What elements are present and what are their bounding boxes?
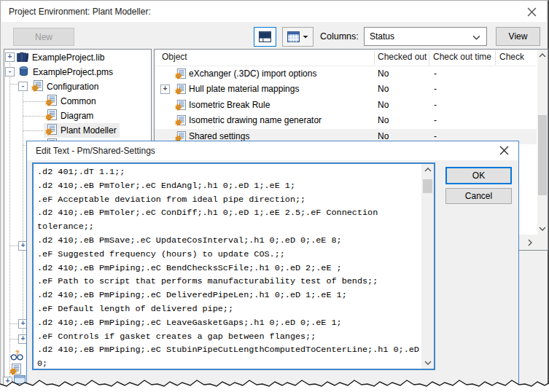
edit-text-dialog: Edit Text - Pm/Shared-Settings .d2 401;.… — [26, 141, 519, 392]
column-header-check-out-time[interactable]: Check out time — [433, 52, 491, 62]
tree-expander[interactable]: - — [5, 67, 15, 77]
tree-guide-line — [10, 339, 18, 340]
folder-icon — [14, 375, 26, 384]
settings-document-icon — [175, 84, 186, 95]
cell-object: Hull plate material mappings — [189, 82, 299, 97]
library-books-icon — [17, 51, 28, 63]
column-header-checked-out[interactable]: Checked out — [378, 52, 427, 62]
cell-check-out-time: - — [434, 66, 437, 82]
scroll-down-icon[interactable] — [421, 359, 434, 366]
list-row-isometric-drawing-name[interactable]: Isometric drawing name generator No - — [155, 113, 537, 128]
settings-document-icon — [45, 95, 57, 106]
settings-document-icon — [45, 124, 57, 136]
settings-document-icon — [31, 80, 43, 92]
tree-guide-line — [10, 324, 18, 324]
cell-checked-out: No — [378, 82, 389, 97]
cell-object: Isometric drawing name generator — [189, 113, 322, 128]
columns-label: Columns: — [320, 31, 359, 42]
settings-document-icon — [45, 109, 57, 121]
settings-document-icon — [175, 100, 186, 111]
textarea-scrollbar[interactable] — [421, 164, 434, 369]
toolbar: New Columns: Status View — [1, 22, 546, 49]
list-row-isometric-break-rule[interactable]: Isometric Break Rule No - — [155, 98, 537, 113]
cell-object: Isometric Break Rule — [189, 98, 270, 113]
view-button[interactable]: View — [496, 27, 540, 46]
column-layout-button[interactable] — [282, 27, 314, 47]
tree-guide-line — [9, 59, 10, 378]
scroll-up-icon[interactable] — [537, 51, 548, 60]
column-separator[interactable] — [374, 50, 375, 65]
close-icon[interactable] — [499, 146, 509, 155]
database-icon — [18, 66, 29, 77]
tree-item-plant-modeller[interactable]: Plant Modeller — [44, 123, 120, 138]
tree-expander[interactable]: + — [5, 52, 15, 62]
cell-check-out-time: - — [434, 113, 437, 128]
tree-guide-line — [23, 88, 23, 340]
column-header-check[interactable]: Check — [499, 52, 536, 62]
settings-document-icon — [175, 68, 186, 79]
tree-item-exampleproject-pms[interactable]: ExampleProject.pms — [18, 65, 113, 79]
tree-expander[interactable]: - — [18, 82, 28, 91]
tree-item-common[interactable]: Common — [45, 94, 96, 109]
close-icon[interactable] — [527, 7, 537, 17]
settings-document-icon — [175, 115, 186, 126]
chevron-down-icon — [472, 35, 480, 40]
column-separator[interactable] — [429, 50, 429, 65]
list-row-exchanger[interactable]: eXchanger (.3DC) import options No - — [155, 66, 537, 82]
settings-document-icon — [9, 364, 21, 375]
column-grid-icon — [287, 31, 300, 42]
window-titlebar: Project Environment: Plant Modeller: — [1, 1, 546, 22]
tree-guide-line — [23, 116, 44, 117]
cell-checked-out: No — [378, 113, 389, 128]
tree-guide-line — [23, 130, 44, 131]
cell-check-out-time: - — [434, 82, 437, 97]
vertical-scrollbar[interactable] — [537, 50, 548, 235]
ok-button[interactable]: OK — [445, 167, 512, 184]
cell-checked-out: No — [378, 98, 389, 113]
tree-item-exampleproject-lib[interactable]: ExampleProject.lib — [17, 50, 104, 65]
tree-expander[interactable]: + — [3, 377, 12, 386]
tree-guide-line — [10, 84, 18, 85]
tree-item-configuration[interactable]: Configuration — [31, 79, 98, 94]
scroll-right-icon[interactable] — [524, 235, 536, 250]
cell-checked-out: No — [378, 66, 389, 82]
app-window: Project Environment: Plant Modeller: New… — [0, 0, 549, 392]
column-header-object[interactable]: Object — [162, 52, 187, 62]
tree-guide-line — [10, 246, 18, 246]
cell-check-out-time: - — [434, 98, 437, 113]
tree-item-diagram[interactable]: Diagram — [45, 109, 93, 123]
scroll-up-icon[interactable] — [421, 166, 434, 173]
settings-text[interactable]: .d2 401;.dT 1.1;; .d2 410;.eB PmToler;.e… — [37, 165, 421, 369]
screenshot-stage: Project Environment: Plant Modeller: New… — [0, 0, 549, 392]
dropdown-arrow-icon — [303, 35, 308, 39]
window-title: Project Environment: Plant Modeller: — [9, 7, 151, 17]
new-button[interactable]: New — [13, 28, 74, 46]
query-glasses-icon — [10, 349, 25, 361]
column-separator[interactable] — [495, 50, 496, 65]
tree-guide-line — [23, 101, 44, 102]
row-expander[interactable]: + — [160, 85, 170, 94]
dialog-title: Edit Text - Pm/Shared-Settings — [36, 146, 155, 156]
settings-textarea[interactable]: .d2 401;.dT 1.1;; .d2 410;.eB PmToler;.e… — [32, 162, 435, 370]
detail-pane-toggle-button[interactable] — [254, 27, 276, 47]
list-row-hull-plate[interactable]: + Hull plate material mappings No - — [155, 82, 537, 97]
columns-select[interactable]: Status — [364, 27, 487, 46]
columns-select-value: Status — [370, 31, 394, 42]
scrollbar-thumb[interactable] — [423, 179, 432, 193]
dialog-titlebar: Edit Text - Pm/Shared-Settings — [27, 141, 518, 160]
cell-object: eXchanger (.3DC) import options — [189, 66, 316, 82]
cancel-button[interactable]: Cancel — [445, 188, 512, 204]
scroll-down-icon[interactable] — [537, 224, 548, 233]
scrollbar-corner — [537, 235, 548, 250]
detail-pane-layout-icon — [259, 31, 271, 42]
scrollbar-thumb[interactable] — [538, 115, 547, 195]
